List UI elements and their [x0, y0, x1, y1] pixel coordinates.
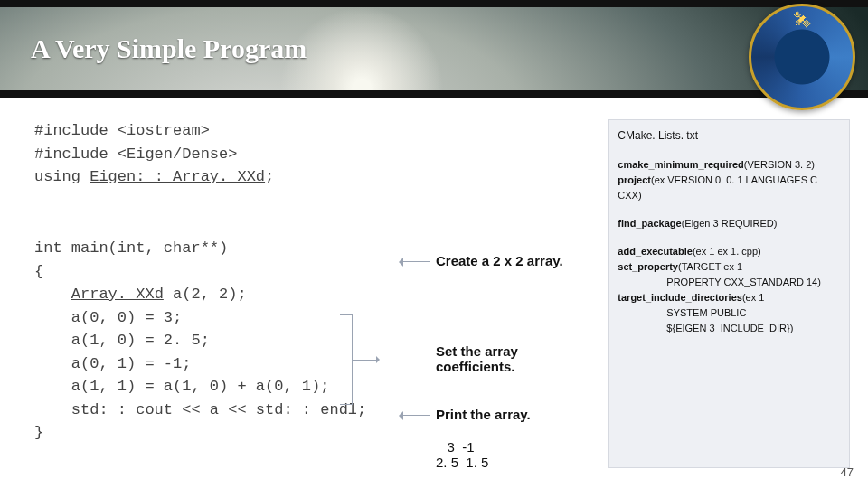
code-main: int main(int, char**) { Array. XXd a(2, …: [34, 214, 382, 445]
cmake-filename: CMake. Lists. txt: [618, 127, 842, 145]
code-line: #include <Eigen/Dense>: [34, 143, 382, 166]
org-logo: 🛰: [749, 4, 855, 110]
code-line: using Eigen: : Array. XXd;: [34, 165, 382, 189]
arrow-icon: [394, 257, 430, 266]
cmake-group: cmake_minimum_required(VERSION 3. 2) pro…: [618, 157, 842, 203]
annotations: Create a 2 x 2 array. Set the array coef…: [391, 119, 599, 468]
program-output: 3 -1 2. 5 1. 5: [436, 439, 488, 470]
page-number: 47: [841, 465, 854, 479]
annot-create: Create a 2 x 2 array.: [436, 253, 563, 268]
annot-set: Set the array coefficients.: [436, 343, 518, 374]
bracket-icon: [340, 314, 385, 405]
header-banner: A Very Simple Program 🛰: [0, 0, 868, 98]
cmake-panel: CMake. Lists. txt cmake_minimum_required…: [608, 119, 850, 468]
cmake-group: find_package(Eigen 3 REQUIRED): [618, 216, 842, 231]
slide-title: A Very Simple Program: [31, 33, 307, 64]
code-block: #include <iostream> #include <Eigen/Dens…: [34, 119, 382, 468]
slide-body: #include <iostream> #include <Eigen/Dens…: [0, 98, 868, 477]
cmake-group: add_executable(ex 1 ex 1. cpp) set_prope…: [618, 244, 842, 336]
arrow-icon: [394, 410, 430, 419]
satellite-icon: 🛰: [794, 11, 810, 30]
code-line: #include <iostream>: [34, 119, 382, 143]
annot-print: Print the array.: [436, 407, 531, 422]
